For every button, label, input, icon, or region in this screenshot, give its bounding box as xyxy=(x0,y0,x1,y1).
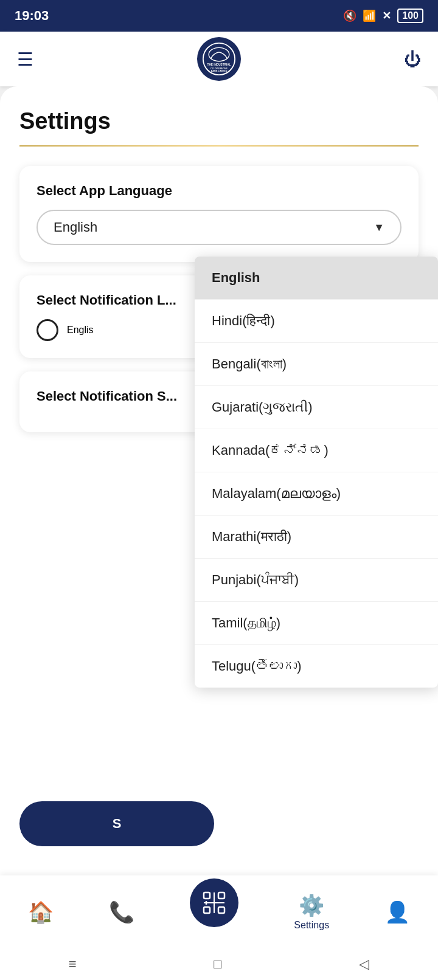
settings-nav-label: Settings xyxy=(294,920,329,931)
home-icon: 🏠 xyxy=(28,900,54,924)
nav-home[interactable]: 🏠 xyxy=(28,900,54,924)
scan-button[interactable] xyxy=(190,878,238,927)
language-card: Select App Language English ▼ xyxy=(19,166,419,262)
svg-rect-5 xyxy=(204,892,210,899)
dropdown-item-hindi[interactable]: Hindi(हिन्दी) xyxy=(195,300,438,343)
power-icon[interactable]: ⏻ xyxy=(404,49,421,69)
main-content: Settings Select App Language English ▼ S… xyxy=(0,86,438,925)
page-title: Settings xyxy=(19,108,419,134)
notification-sound-title: Select Notification S... xyxy=(36,388,177,404)
language-card-title: Select App Language xyxy=(36,183,401,199)
wifi-icon: 📶 xyxy=(363,9,376,22)
dropdown-item-malayalam[interactable]: Malayalam(മലയാളം) xyxy=(195,472,438,516)
notification-lang-label: Englis xyxy=(67,325,94,336)
mute-icon: 🔇 xyxy=(343,9,356,22)
android-home-icon[interactable]: □ xyxy=(214,956,221,972)
nav-profile[interactable]: 👤 xyxy=(384,900,410,924)
top-nav: ☰ THE INDUSTRIAL CO-OPERATIVE BANK LIMIT… xyxy=(0,32,438,86)
dropdown-item-marathi[interactable]: Marathi(मराठी) xyxy=(195,516,438,559)
signal-icon: ✕ xyxy=(382,9,391,22)
radio-button[interactable] xyxy=(36,319,58,341)
svg-rect-6 xyxy=(218,892,224,899)
bottom-nav: 🏠 📞 ⚙️ Settings 👤 xyxy=(0,875,438,948)
svg-text:CO-OPERATIVE: CO-OPERATIVE xyxy=(210,67,228,70)
android-nav: ≡ □ ◁ xyxy=(0,948,438,980)
profile-icon: 👤 xyxy=(384,900,410,924)
chevron-down-icon: ▼ xyxy=(374,221,384,234)
dropdown-item-bengali[interactable]: Bengali(বাংলা) xyxy=(195,343,438,386)
time-display: 19:03 xyxy=(15,8,49,24)
nav-settings[interactable]: ⚙️ Settings xyxy=(294,893,329,931)
phone-icon: 📞 xyxy=(109,900,134,924)
gold-divider xyxy=(19,145,419,147)
dropdown-item-english[interactable]: English xyxy=(195,257,438,300)
dropdown-item-telugu[interactable]: Telugu(తెలుగు) xyxy=(195,645,438,688)
bank-logo: THE INDUSTRIAL CO-OPERATIVE BANK LIMITED xyxy=(197,37,241,81)
status-icons: 🔇 📶 ✕ 100 xyxy=(343,9,423,23)
dropdown-item-punjabi[interactable]: Punjabi(ਪੰਜਾਬੀ) xyxy=(195,559,438,602)
settings-icon: ⚙️ xyxy=(299,893,324,917)
hamburger-icon[interactable]: ☰ xyxy=(17,49,33,70)
svg-text:THE INDUSTRIAL: THE INDUSTRIAL xyxy=(207,63,231,66)
android-back-icon[interactable]: ◁ xyxy=(359,956,369,972)
language-dropdown-list: English Hindi(हिन्दी) Bengali(বাংলা) Guj… xyxy=(195,257,438,688)
svg-rect-11 xyxy=(218,907,224,913)
nav-phone[interactable]: 📞 xyxy=(109,900,134,924)
language-dropdown-button[interactable]: English ▼ xyxy=(36,210,401,245)
selected-language-label: English xyxy=(54,219,97,235)
scan-icon xyxy=(201,890,227,916)
dropdown-item-tamil[interactable]: Tamil(தமிழ்) xyxy=(195,602,438,645)
android-menu-icon[interactable]: ≡ xyxy=(69,956,77,972)
battery-display: 100 xyxy=(397,9,423,23)
status-bar: 19:03 🔇 📶 ✕ 100 xyxy=(0,0,438,32)
dropdown-item-gujarati[interactable]: Gujarati(ગુજરાતી) xyxy=(195,386,438,429)
svg-text:BANK LIMITED: BANK LIMITED xyxy=(210,70,227,72)
svg-rect-7 xyxy=(204,907,210,913)
dropdown-item-kannada[interactable]: Kannada(ಕನ್ನಡ) xyxy=(195,429,438,472)
save-button[interactable]: S xyxy=(19,801,214,846)
